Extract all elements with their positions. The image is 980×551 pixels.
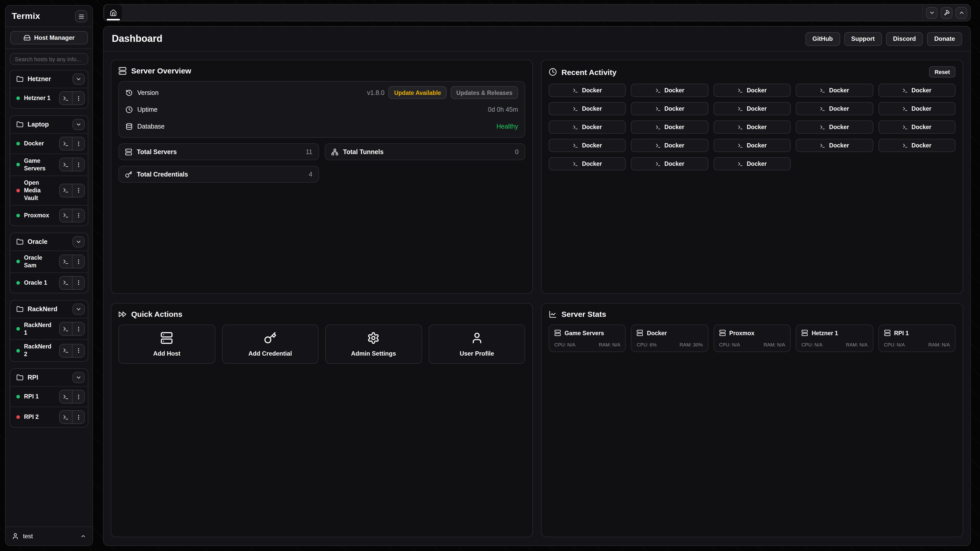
activity-item-button[interactable]: Docker [631, 139, 708, 152]
status-dot [16, 97, 20, 100]
activity-item-button[interactable]: Docker [714, 157, 791, 170]
header-link-button[interactable]: GitHub [805, 32, 840, 46]
open-terminal-button[interactable] [60, 276, 72, 289]
server-icon [637, 330, 643, 336]
host-name: RPI 1 [24, 393, 55, 401]
host-options-button[interactable] [72, 209, 84, 222]
open-terminal-button[interactable] [60, 391, 72, 403]
group-collapse-button[interactable] [73, 303, 85, 314]
host-actions [59, 254, 85, 268]
activity-item-button[interactable]: Docker [549, 157, 626, 170]
open-terminal-button[interactable] [60, 345, 72, 357]
header-link-button[interactable]: Donate [927, 32, 962, 46]
activity-item-button[interactable]: Docker [549, 102, 626, 115]
group-header: RPI [10, 369, 88, 386]
host-options-button[interactable] [72, 159, 84, 171]
open-terminal-button[interactable] [60, 255, 72, 268]
user-menu[interactable]: test [6, 527, 92, 545]
stat-server-name: Hetzner 1 [811, 330, 838, 336]
open-terminal-button[interactable] [60, 411, 72, 424]
activity-item-button[interactable]: Docker [631, 102, 708, 115]
terminal-icon [573, 106, 578, 111]
group-collapse-button[interactable] [73, 372, 85, 383]
tab-home[interactable] [105, 5, 122, 21]
open-terminal-button[interactable] [60, 137, 72, 150]
server-icon [801, 330, 808, 336]
host-options-button[interactable] [72, 345, 84, 357]
activity-item-button[interactable]: Docker [878, 121, 956, 134]
open-terminal-button[interactable] [60, 92, 72, 105]
group-collapse-button[interactable] [73, 119, 85, 130]
gear-icon [367, 331, 380, 344]
host-options-button[interactable] [72, 184, 84, 197]
quick-actions-card: Quick Actions Add Host Add Credential Ad… [111, 303, 533, 537]
activity-item-button[interactable]: Docker [714, 139, 791, 152]
activity-item-button[interactable]: Docker [878, 84, 956, 97]
activity-item-button[interactable]: Docker [714, 102, 791, 115]
host-options-button[interactable] [72, 322, 84, 335]
scroll-tabs-right-button[interactable] [956, 7, 967, 19]
activity-item-button[interactable]: Docker [796, 84, 873, 97]
activity-item-button[interactable]: Docker [714, 121, 791, 134]
scroll-tabs-left-button[interactable] [926, 7, 938, 19]
chevron-down-icon [76, 121, 82, 127]
quick-action-button[interactable]: Admin Settings [325, 324, 422, 364]
activity-item-button[interactable]: Docker [631, 84, 708, 97]
host-options-button[interactable] [72, 137, 84, 150]
host-group: Hetzner Hetzner 1 [10, 70, 88, 109]
host-options-button[interactable] [72, 276, 84, 289]
host-row: Oracle 1 [10, 272, 88, 292]
group-collapse-button[interactable] [73, 236, 85, 247]
open-terminal-button[interactable] [60, 322, 72, 335]
open-terminal-button[interactable] [60, 159, 72, 171]
header-link-button[interactable]: Support [844, 32, 882, 46]
version-label: Version [137, 89, 159, 96]
activity-item-button[interactable]: Docker [549, 121, 626, 134]
host-manager-button[interactable]: Host Manager [10, 31, 88, 44]
action-label: User Profile [460, 350, 494, 357]
total-servers: Total Servers 11 [118, 143, 319, 160]
host-options-button[interactable] [72, 92, 84, 105]
activity-item-label: Docker [912, 124, 932, 130]
terminal-icon [573, 143, 578, 148]
updates-releases-button[interactable]: Updates & Releases [451, 86, 518, 99]
activity-item-button[interactable]: Docker [549, 84, 626, 97]
activity-item-label: Docker [747, 142, 767, 148]
header-link-button[interactable]: Discord [886, 32, 923, 46]
open-terminal-button[interactable] [60, 209, 72, 222]
activity-item-button[interactable]: Docker [878, 102, 956, 115]
terminal-icon [902, 143, 908, 148]
activity-item-button[interactable]: Docker [796, 102, 873, 115]
tab-bar [103, 4, 971, 21]
activity-item-button[interactable]: Docker [878, 139, 956, 152]
search-input[interactable] [10, 53, 88, 65]
open-terminal-button[interactable] [60, 184, 72, 197]
reset-button[interactable]: Reset [929, 66, 956, 78]
clock-icon [126, 106, 133, 113]
database-icon [126, 123, 133, 130]
activity-item-button[interactable]: Docker [549, 139, 626, 152]
terminal-icon [63, 141, 69, 147]
activity-item-button[interactable]: Docker [631, 157, 708, 170]
update-available-button[interactable]: Update Available [388, 86, 447, 99]
quick-action-button[interactable]: User Profile [428, 324, 525, 364]
stat-ram: RAM: N/A [764, 342, 785, 348]
quick-action-button[interactable]: Add Credential [222, 324, 318, 364]
group-name: Oracle [27, 238, 68, 245]
activity-item-button[interactable]: Docker [631, 121, 708, 134]
activity-item-button[interactable]: Docker [714, 84, 791, 97]
folder-icon [16, 374, 24, 381]
group-collapse-button[interactable] [73, 73, 85, 85]
host-options-button[interactable] [72, 255, 84, 268]
activity-item-button[interactable]: Docker [796, 121, 873, 134]
activity-item-label: Docker [747, 106, 767, 112]
activity-item-button[interactable]: Docker [796, 139, 873, 152]
quick-action-button[interactable]: Add Host [118, 324, 215, 364]
server-icon [719, 330, 726, 336]
chevron-down-icon [76, 306, 82, 312]
terminal-icon [820, 106, 826, 111]
host-options-button[interactable] [72, 411, 84, 424]
tools-button[interactable] [941, 7, 953, 19]
host-options-button[interactable] [72, 391, 84, 403]
sidebar-menu-button[interactable] [75, 10, 87, 22]
